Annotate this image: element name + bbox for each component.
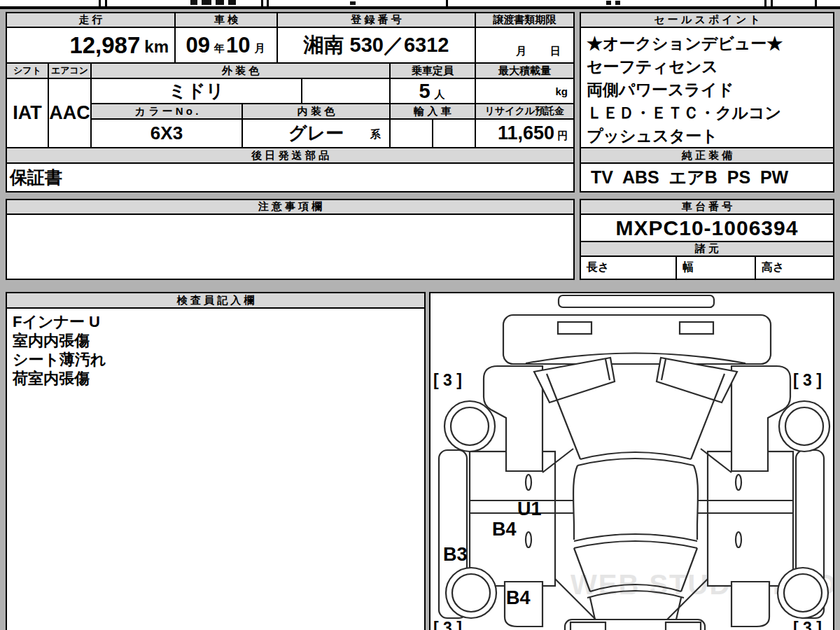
car-diagram-box: WEB STUDIO.PRO	[429, 292, 834, 630]
tyre-mark-top-right: [ 3 ]	[793, 371, 822, 389]
rear-right-fender	[732, 582, 769, 626]
specs-width-cell: 幅	[676, 255, 756, 280]
damage-code-u1: U1	[517, 498, 542, 519]
mileage-header: 走 行	[6, 12, 176, 28]
top-strip-bottom-border	[0, 6, 840, 9]
mileage-unit: km	[144, 37, 169, 57]
cutoff-text-fragment	[350, 1, 356, 5]
recycle-deposit-number: 11,650	[498, 122, 554, 144]
inspection-year: 09	[186, 33, 210, 58]
top-strip-divider	[105, 0, 107, 7]
mileage-value: 12,987 km	[6, 27, 176, 64]
door-handle	[526, 532, 531, 547]
roof-strip	[559, 295, 714, 307]
top-strip-divider	[446, 0, 448, 7]
specs-length-label: 長さ	[587, 260, 609, 275]
mileage-number: 12,987	[69, 32, 140, 59]
damage-code-b3: B3	[443, 544, 468, 565]
door-handle	[526, 475, 531, 490]
notes-body	[6, 214, 575, 280]
sales-points-body: ★オークションデビュー★ セーフティセンス 両側パワースライド ＬＥＤ・ＥＴＣ・…	[580, 27, 834, 148]
sales-point-item: 両側パワースライド	[587, 78, 734, 102]
chassis-header: 車 台 番 号	[580, 199, 834, 215]
door-handle	[736, 475, 741, 490]
specs-length-cell: 長さ	[580, 255, 677, 280]
color-no-value: 6X3	[90, 118, 243, 148]
front-bumper	[503, 315, 771, 364]
genuine-equipment-value: TV ABS エアB PS PW	[580, 162, 834, 192]
damage-code-b4-lower: B4	[506, 587, 531, 608]
specs-height-cell: 高さ	[755, 255, 834, 280]
exterior-color-header: 外 装 色	[90, 62, 391, 79]
inspection-month-unit: 月	[254, 42, 265, 55]
capacity-header: 乗車定員	[389, 62, 476, 79]
car-top-view-diagram: WEB STUDIO.PRO	[430, 293, 833, 630]
inspector-line: 室内内張傷	[13, 331, 90, 350]
inspector-body: Fインナー U 室内内張傷 シート薄汚れ 荷室内張傷	[6, 307, 426, 630]
sales-point-item: プッシュスタート	[587, 125, 718, 148]
max-load-value: kg	[475, 78, 575, 104]
cutoff-text-fragment	[202, 0, 211, 5]
transfer-docs-value: 月 日	[475, 27, 575, 64]
max-load-header: 最大積載量	[475, 62, 575, 79]
capacity-unit: 人	[435, 88, 445, 102]
transfer-month-unit: 月	[516, 45, 526, 58]
tyre-mark-bottom-left: [ 3 ]	[433, 619, 462, 630]
tyre-mark-top-left: [ 3 ]	[433, 371, 462, 389]
inspection-header: 車 検	[174, 12, 278, 28]
genuine-equipment-header: 純 正 装 備	[580, 147, 834, 164]
transfer-docs-header: 譲渡書類期限	[475, 12, 575, 28]
specs-width-label: 幅	[682, 260, 694, 275]
inspector-header: 検 査 員 記 入 欄	[6, 292, 426, 309]
tyre-mark-bottom-right: [ 3 ]	[793, 619, 822, 630]
specs-height-label: 高さ	[762, 260, 784, 275]
cutoff-text-fragment	[216, 0, 224, 5]
cutoff-text-fragment	[190, 0, 197, 5]
specs-header: 諸 元	[580, 241, 834, 257]
later-parts-value: 保証書	[6, 162, 575, 192]
inspection-year-unit: 年	[214, 42, 225, 55]
sales-points-header: セ ー ル ス ポ イ ン ト	[580, 12, 834, 28]
top-strip-divider	[261, 0, 263, 7]
inspector-line: シート薄汚れ	[13, 350, 106, 369]
import-car-cell-left	[389, 118, 433, 148]
interior-color-name: グレー	[288, 121, 344, 146]
capacity-value: 5 人	[389, 78, 476, 104]
chassis-value: MXPC10-1006394	[580, 214, 834, 242]
notes-header: 注 意 事 項 欄	[6, 199, 575, 215]
inspection-month: 10	[226, 33, 250, 58]
capacity-number: 5	[419, 80, 430, 103]
top-strip-divider	[764, 0, 766, 7]
sales-point-item: ＬＥＤ・ＥＴＣ・クルコン	[587, 102, 781, 125]
cutoff-text-fragment	[606, 1, 611, 5]
top-strip-divider	[771, 0, 773, 7]
inspector-line: Fインナー U	[13, 312, 100, 331]
aircon-header: エアコン	[48, 62, 92, 79]
interior-color-header: 内 装 色	[241, 103, 391, 120]
cutoff-text-fragment	[228, 0, 236, 5]
shift-header: シフト	[6, 62, 49, 79]
exterior-color-extra-cell	[301, 78, 391, 104]
sales-point-item: セーフティセンス	[587, 55, 718, 78]
aircon-value: AAC	[48, 78, 92, 148]
top-strip-divider	[815, 0, 817, 7]
inspector-line: 荷室内張傷	[13, 369, 90, 388]
interior-color-suffix: 系	[370, 128, 381, 141]
door-handle	[736, 532, 741, 547]
recycle-deposit-header: リサイクル預託金	[475, 103, 575, 120]
top-strip-divider	[99, 0, 101, 7]
color-no-header: カ ラ ー N o .	[90, 103, 243, 120]
transfer-day-unit: 日	[550, 45, 561, 58]
interior-color-value: グレー 系	[241, 118, 391, 148]
recycle-deposit-value: 11,650 円	[475, 118, 575, 148]
max-load-unit: kg	[555, 85, 568, 97]
sales-point-item: ★オークションデビュー★	[587, 32, 783, 55]
exterior-color-value: ミドリ	[90, 78, 302, 104]
cutoff-text-fragment	[615, 1, 620, 5]
damage-code-b4-upper: B4	[492, 519, 517, 540]
import-car-header: 輸 入 車	[389, 103, 476, 120]
later-parts-header: 後 日 発 送 部 品	[6, 147, 575, 164]
top-strip-divider	[267, 0, 269, 7]
registration-header: 登 録 番 号	[276, 12, 476, 28]
shift-value: IAT	[6, 78, 49, 148]
